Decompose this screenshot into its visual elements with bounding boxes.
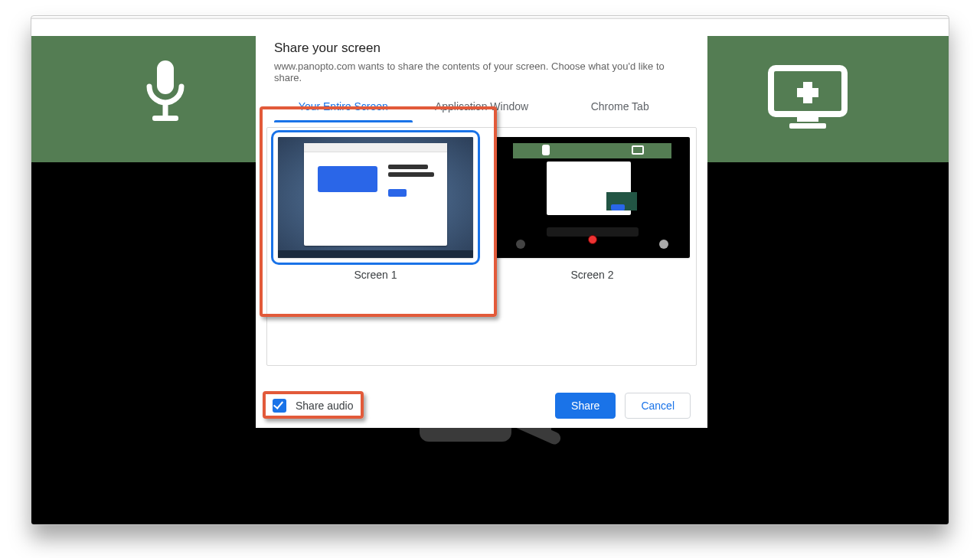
app-screenshot: Share your screen www.panopto.com wants … — [0, 0, 980, 558]
svg-rect-1 — [163, 103, 168, 116]
screen-2-label: Screen 2 — [495, 269, 690, 281]
screen-1-label: Screen 1 — [278, 269, 473, 281]
screen-2-thumbnail[interactable] — [495, 137, 690, 258]
tabs: Your Entire Screen Application Window Ch… — [274, 93, 689, 122]
add-monitor-icon[interactable] — [766, 64, 849, 131]
microphone-icon[interactable] — [139, 59, 192, 129]
share-audio-option[interactable]: Share audio — [273, 399, 354, 413]
top-hairline — [31, 18, 949, 19]
tab-chrome-tab[interactable]: Chrome Tab — [550, 93, 689, 122]
tab-application-window[interactable]: Application Window — [413, 93, 551, 122]
screen-option-1[interactable]: Screen 1 — [278, 137, 473, 281]
screen-option-2[interactable]: Screen 2 — [495, 137, 690, 281]
screen-previews: Screen 1 — [266, 127, 697, 366]
svg-rect-4 — [797, 117, 818, 122]
share-screen-dialog: Share your screen www.panopto.com wants … — [256, 24, 707, 428]
share-audio-checkbox[interactable] — [273, 399, 286, 413]
svg-rect-0 — [157, 60, 174, 94]
share-audio-label: Share audio — [296, 400, 354, 412]
svg-rect-5 — [789, 123, 826, 129]
share-button[interactable]: Share — [555, 393, 616, 419]
svg-rect-7 — [797, 88, 818, 97]
screen-1-thumbnail[interactable] — [278, 137, 473, 258]
dialog-title: Share your screen — [256, 24, 707, 60]
svg-rect-2 — [152, 116, 178, 121]
dialog-subtitle: www.panopto.com wants to share the conte… — [256, 60, 707, 93]
app-panel: Share your screen www.panopto.com wants … — [31, 15, 949, 525]
dialog-footer: Share audio Share Cancel — [256, 383, 707, 428]
cancel-button[interactable]: Cancel — [625, 393, 691, 419]
tab-entire-screen[interactable]: Your Entire Screen — [274, 93, 413, 122]
